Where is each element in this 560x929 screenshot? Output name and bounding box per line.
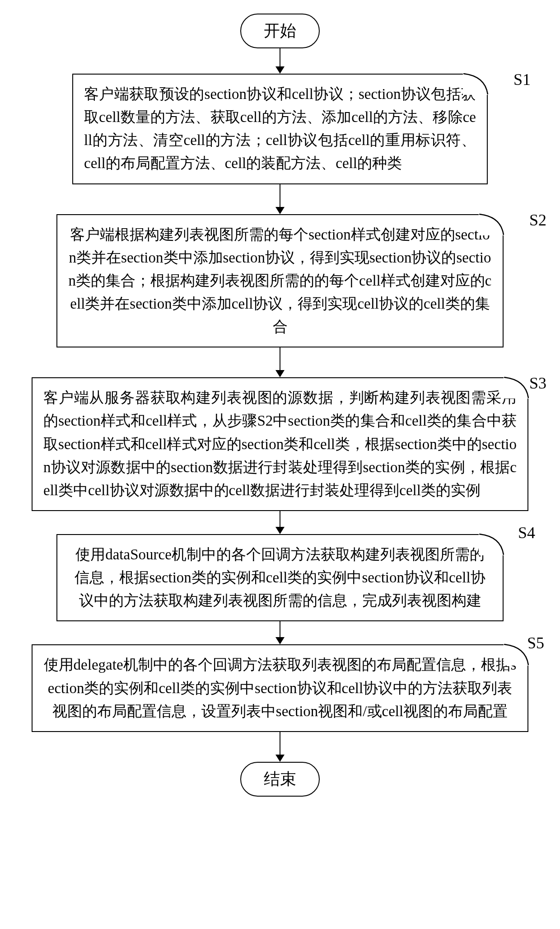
step-label-s5: S5 xyxy=(527,633,544,652)
step-text: 客户端从服务器获取构建列表视图的源数据，判断构建列表视图需采用的section样… xyxy=(43,389,517,498)
corner-curve-icon xyxy=(504,644,529,666)
corner-curve-icon xyxy=(479,214,504,235)
process-step-s5: 使用delegate机制中的各个回调方法获取列表视图的布局配置信息，根据sect… xyxy=(32,644,528,732)
step-text: 使用delegate机制中的各个回调方法获取列表视图的布局配置信息，根据sect… xyxy=(44,657,517,719)
step-text: 客户端根据构建列表视图所需的每个section样式创建对应的section类并在… xyxy=(69,226,492,335)
step-label-s1: S1 xyxy=(513,70,531,89)
arrow-head-icon xyxy=(275,755,285,762)
process-step-s1: 客户端获取预设的section协议和cell协议；section协议包括获取ce… xyxy=(72,74,488,184)
end-label: 结束 xyxy=(264,770,296,788)
corner-curve-icon xyxy=(463,73,488,95)
arrow-line xyxy=(280,184,281,207)
arrow-head-icon xyxy=(275,207,285,214)
arrow-head-icon xyxy=(275,66,285,74)
start-terminal: 开始 xyxy=(240,14,320,48)
step-text: 客户端获取预设的section协议和cell协议；section协议包括获取ce… xyxy=(84,86,476,171)
arrow xyxy=(275,621,285,644)
arrow-head-icon xyxy=(275,527,285,534)
process-step-s2: 客户端根据构建列表视图所需的每个section样式创建对应的section类并在… xyxy=(56,214,504,348)
arrow xyxy=(275,347,285,377)
corner-curve-icon xyxy=(479,534,504,555)
arrow-line xyxy=(280,48,281,66)
step-label-s2: S2 xyxy=(529,211,546,230)
arrow-line xyxy=(280,732,281,755)
start-label: 开始 xyxy=(264,22,296,40)
step-label-s4: S4 xyxy=(518,523,535,542)
arrow xyxy=(275,511,285,534)
arrow-line xyxy=(280,347,281,370)
arrow-head-icon xyxy=(275,637,285,644)
step-label-s3: S3 xyxy=(529,374,546,393)
process-step-s4: 使用dataSource机制中的各个回调方法获取构建列表视图所需的信息，根据se… xyxy=(56,534,504,621)
arrow-head-icon xyxy=(275,370,285,377)
corner-curve-icon xyxy=(504,377,529,399)
flowchart-container: 开始 S1 客户端获取预设的section协议和cell协议；section协议… xyxy=(27,14,533,797)
process-step-s3: 客户端从服务器获取构建列表视图的源数据，判断构建列表视图需采用的section样… xyxy=(32,377,528,511)
arrow-line xyxy=(280,511,281,527)
arrow xyxy=(275,184,285,214)
arrow xyxy=(275,732,285,762)
arrow-line xyxy=(280,621,281,637)
end-terminal: 结束 xyxy=(240,762,320,797)
step-text: 使用dataSource机制中的各个回调方法获取构建列表视图所需的信息，根据se… xyxy=(75,546,485,609)
arrow xyxy=(275,48,285,74)
